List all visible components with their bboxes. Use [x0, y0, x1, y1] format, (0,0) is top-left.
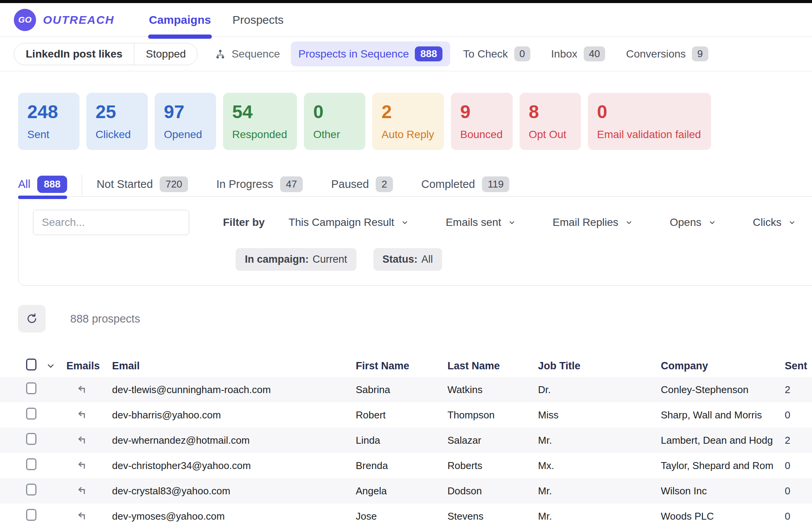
- stat-value: 97: [164, 101, 206, 122]
- table-header: Emails Email First Name Last Name Job Ti…: [0, 355, 812, 377]
- filter-dropdown[interactable]: Email Replies: [553, 216, 634, 229]
- cell-company: Sharp, Wall and Morris: [661, 409, 779, 421]
- table-row[interactable]: dev-tlewis@cunningham-roach.com Sabrina …: [0, 377, 812, 402]
- table-row[interactable]: dev-ymoses@yahoo.com Jose Stevens Mr. Wo…: [0, 504, 812, 529]
- toolbar-count-tab[interactable]: To Check 0: [456, 41, 538, 66]
- count-badge: 9: [692, 46, 708, 61]
- stat-label: Responded: [232, 128, 287, 141]
- chevron-down-icon: [45, 360, 56, 371]
- cell-company: Conley-Stephenson: [661, 384, 779, 396]
- nav-tab-prospects[interactable]: Prospects: [222, 3, 294, 36]
- cell-last-name: Dodson: [447, 485, 538, 497]
- refresh-button[interactable]: [18, 305, 46, 332]
- stat-card: 2 Auto Reply: [372, 93, 444, 150]
- status-filter-tabs: All 888 Not Started 720 In Progress 47 P…: [18, 172, 812, 198]
- header-expand-chevron[interactable]: [45, 360, 66, 371]
- cell-last-name: Thompson: [447, 409, 538, 421]
- status-tab-all[interactable]: All 888: [18, 176, 67, 195]
- toolbar-count-tab[interactable]: Inbox 40: [543, 41, 613, 66]
- filter-dropdown[interactable]: Emails sent: [446, 216, 517, 229]
- status-tab-count: 888: [37, 176, 67, 193]
- cell-job-title: Mr.: [538, 510, 661, 522]
- campaign-name[interactable]: LinkedIn post likes: [14, 43, 134, 65]
- stat-card: 9 Bounced: [451, 93, 513, 150]
- table-row[interactable]: dev-crystal83@yahoo.com Angela Dodson Mr…: [0, 478, 812, 504]
- filter-dropdown[interactable]: Clicks: [753, 216, 797, 229]
- stat-card: 0 Other: [304, 93, 365, 150]
- stat-value: 25: [96, 101, 138, 122]
- stat-value: 2: [381, 101, 434, 122]
- top-navigation: GO OUTREACH Campaigns Prospects: [0, 3, 812, 37]
- list-controls: 888 prospects: [18, 305, 812, 332]
- col-email: Email: [112, 360, 356, 372]
- status-tab-count: 720: [160, 176, 188, 192]
- table-row[interactable]: dev-bharris@yahoo.com Robert Thompson Mi…: [0, 402, 812, 428]
- cell-first-name: Jose: [356, 510, 447, 522]
- chevron-down-icon: [624, 218, 634, 227]
- chip-in-campaign[interactable]: In campaign: Current: [236, 248, 356, 271]
- cell-last-name: Stevens: [447, 510, 538, 522]
- reply-email-button[interactable]: [66, 485, 112, 497]
- stat-label: Auto Reply: [381, 128, 434, 141]
- row-checkbox[interactable]: [26, 484, 36, 495]
- stat-value: 0: [313, 101, 355, 122]
- cell-company: Wilson Inc: [661, 485, 779, 497]
- stat-card: 54 Responded: [223, 93, 297, 150]
- cell-sent: 2: [779, 384, 812, 396]
- prospect-count: 888 prospects: [70, 313, 140, 325]
- status-tab[interactable]: Paused 2: [331, 176, 393, 194]
- cell-email: dev-crystal83@yahoo.com: [112, 485, 356, 497]
- status-tab-label: All: [18, 178, 30, 191]
- reply-email-button[interactable]: [66, 460, 112, 471]
- stat-label: Bounced: [460, 128, 503, 141]
- col-emails: Emails: [66, 360, 112, 372]
- status-tab-label: Not Started: [97, 178, 153, 191]
- cell-job-title: Mr.: [538, 485, 661, 497]
- status-tab-count: 47: [280, 176, 303, 192]
- cell-first-name: Robert: [356, 409, 447, 421]
- table-row[interactable]: dev-christopher34@yahoo.com Brenda Rober…: [0, 453, 812, 478]
- reply-icon: [76, 435, 87, 446]
- cell-first-name: Angela: [356, 485, 447, 497]
- status-tab[interactable]: Completed 119: [421, 176, 510, 194]
- stat-card: 0 Email validation failed: [588, 93, 711, 150]
- sequence-link[interactable]: Sequence: [215, 48, 280, 60]
- reply-email-button[interactable]: [66, 384, 112, 395]
- row-checkbox[interactable]: [26, 408, 36, 420]
- row-checkbox[interactable]: [26, 458, 36, 470]
- status-tab[interactable]: Not Started 720: [97, 176, 188, 194]
- campaign-status[interactable]: Stopped: [134, 43, 197, 65]
- reply-icon: [76, 510, 87, 522]
- table-row[interactable]: dev-whernandez@hotmail.com Linda Salazar…: [0, 428, 812, 453]
- table-body: dev-tlewis@cunningham-roach.com Sabrina …: [0, 377, 812, 529]
- row-checkbox[interactable]: [26, 433, 36, 445]
- reply-icon: [76, 384, 87, 395]
- filter-by-label: Filter by: [223, 216, 265, 229]
- active-filter-chips: In campaign: Current Status: All: [236, 248, 812, 271]
- reply-email-button[interactable]: [66, 435, 112, 446]
- toolbar-count-tab[interactable]: Prospects in Sequence 888: [291, 41, 450, 66]
- campaign-pill[interactable]: LinkedIn post likes Stopped: [14, 43, 198, 65]
- toolbar-count-tab[interactable]: Conversions 9: [618, 41, 716, 66]
- row-checkbox[interactable]: [26, 509, 36, 521]
- tabs-divider: [82, 174, 82, 196]
- nav-tabs: Campaigns Prospects: [138, 3, 294, 36]
- nav-tab-campaigns[interactable]: Campaigns: [138, 3, 222, 36]
- reply-email-button[interactable]: [66, 510, 112, 522]
- stat-card: 8 Opt Out: [520, 93, 581, 150]
- cell-first-name: Linda: [356, 435, 447, 446]
- filter-dropdowns: This Campaign Result Emails sent Email R…: [289, 216, 812, 229]
- search-input[interactable]: [33, 210, 189, 235]
- col-sent: Sent: [779, 360, 812, 372]
- filter-dropdown[interactable]: Opens: [670, 216, 717, 229]
- filter-dropdown[interactable]: This Campaign Result: [289, 216, 409, 229]
- status-tab[interactable]: In Progress 47: [216, 176, 303, 194]
- chevron-down-icon: [507, 218, 517, 227]
- chip-status[interactable]: Status: All: [373, 248, 442, 271]
- row-checkbox[interactable]: [26, 382, 36, 394]
- select-all-checkbox[interactable]: [26, 359, 36, 370]
- cell-sent: 0: [779, 510, 812, 522]
- stat-label: Opened: [164, 128, 206, 141]
- reply-email-button[interactable]: [66, 409, 112, 421]
- cell-sent: 0: [779, 409, 812, 421]
